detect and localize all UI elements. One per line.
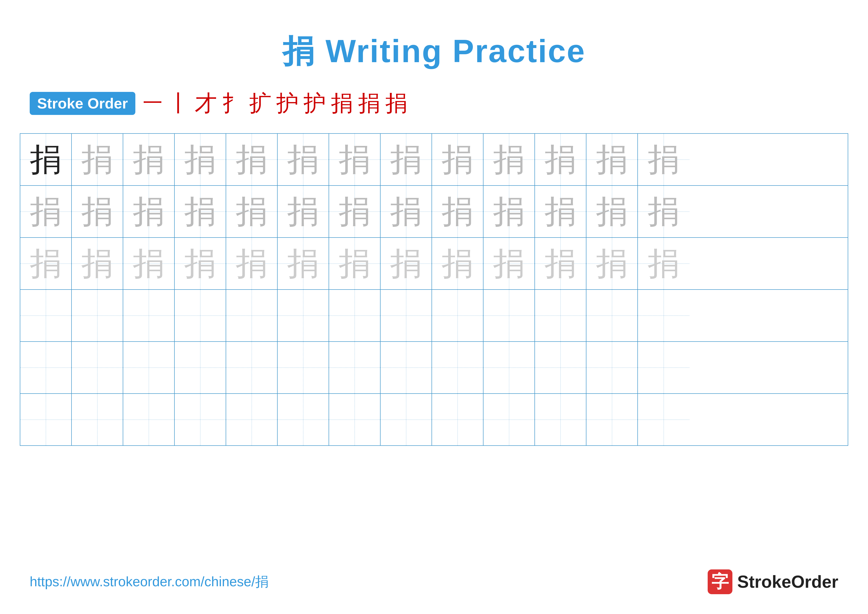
grid-cell-r2-c13[interactable]: 捐 [638,186,689,237]
footer: https://www.strokeorder.com/chinese/捐 字 … [0,569,868,594]
grid-cell-r3-c1[interactable]: 捐 [20,238,72,289]
grid-cell-r3-c3[interactable]: 捐 [123,238,175,289]
grid-row-1: 捐 捐 捐 捐 捐 捐 捐 捐 捐 捐 捐 捐 捐 [20,134,848,186]
grid-cell-r1-c5[interactable]: 捐 [226,134,277,185]
stroke-10: 捐 [385,88,408,118]
stroke-8: 捐 [331,88,353,118]
grid-cell-r2-c1[interactable]: 捐 [20,186,72,237]
stroke-sequence: 一 丨 才 扌 扩 护 护 捐 捐 捐 [143,88,408,118]
grid-cell-r2-c11[interactable]: 捐 [535,186,586,237]
grid-cell-r2-c9[interactable]: 捐 [432,186,484,237]
grid-cell-r6-c10[interactable] [484,394,535,445]
grid-cell-r5-c13[interactable] [638,342,689,393]
grid-cell-r6-c3[interactable] [123,394,175,445]
grid-cell-r4-c7[interactable] [329,290,381,341]
grid-cell-r2-c3[interactable]: 捐 [123,186,175,237]
grid-cell-r3-c11[interactable]: 捐 [535,238,586,289]
grid-cell-r4-c12[interactable] [586,290,638,341]
stroke-5: 扩 [249,88,271,118]
grid-cell-r5-c3[interactable] [123,342,175,393]
grid-cell-r5-c6[interactable] [277,342,329,393]
grid-cell-r6-c7[interactable] [329,394,381,445]
grid-cell-r3-c13[interactable]: 捐 [638,238,689,289]
grid-cell-r1-c10[interactable]: 捐 [484,134,535,185]
page-title: 捐 Writing Practice [0,0,868,73]
grid-cell-r1-c1[interactable]: 捐 [20,134,72,185]
grid-cell-r2-c2[interactable]: 捐 [72,186,123,237]
grid-cell-r4-c4[interactable] [175,290,226,341]
grid-cell-r1-c8[interactable]: 捐 [381,134,432,185]
grid-cell-r6-c11[interactable] [535,394,586,445]
grid-cell-r6-c12[interactable] [586,394,638,445]
grid-cell-r5-c8[interactable] [381,342,432,393]
grid-cell-r2-c5[interactable]: 捐 [226,186,277,237]
grid-cell-r5-c2[interactable] [72,342,123,393]
grid-cell-r3-c5[interactable]: 捐 [226,238,277,289]
grid-cell-r4-c2[interactable] [72,290,123,341]
grid-cell-r5-c5[interactable] [226,342,277,393]
grid-cell-r3-c2[interactable]: 捐 [72,238,123,289]
grid-cell-r1-c3[interactable]: 捐 [123,134,175,185]
grid-cell-r3-c12[interactable]: 捐 [586,238,638,289]
stroke-order-badge: Stroke Order [30,92,135,115]
grid-cell-r3-c6[interactable]: 捐 [277,238,329,289]
grid-cell-r1-c7[interactable]: 捐 [329,134,381,185]
grid-cell-r2-c10[interactable]: 捐 [484,186,535,237]
grid-cell-r6-c4[interactable] [175,394,226,445]
grid-cell-r2-c8[interactable]: 捐 [381,186,432,237]
grid-cell-r3-c4[interactable]: 捐 [175,238,226,289]
grid-cell-r5-c12[interactable] [586,342,638,393]
grid-cell-r5-c10[interactable] [484,342,535,393]
grid-cell-r4-c6[interactable] [277,290,329,341]
grid-cell-r1-c11[interactable]: 捐 [535,134,586,185]
grid-cell-r1-c4[interactable]: 捐 [175,134,226,185]
grid-cell-r4-c13[interactable] [638,290,689,341]
grid-cell-r2-c6[interactable]: 捐 [277,186,329,237]
footer-logo: 字 StrokeOrder [708,569,838,594]
grid-cell-r6-c8[interactable] [381,394,432,445]
stroke-6: 护 [276,88,299,118]
grid-cell-r5-c9[interactable] [432,342,484,393]
grid-cell-r1-c2[interactable]: 捐 [72,134,123,185]
stroke-4: 扌 [222,88,244,118]
grid-cell-r4-c5[interactable] [226,290,277,341]
grid-cell-r1-c6[interactable]: 捐 [277,134,329,185]
grid-cell-r5-c4[interactable] [175,342,226,393]
grid-cell-r3-c8[interactable]: 捐 [381,238,432,289]
grid-cell-r5-c7[interactable] [329,342,381,393]
footer-url[interactable]: https://www.strokeorder.com/chinese/捐 [30,573,269,591]
grid-cell-r4-c3[interactable] [123,290,175,341]
grid-cell-r6-c2[interactable] [72,394,123,445]
stroke-2: 丨 [167,88,190,118]
grid-row-2: 捐 捐 捐 捐 捐 捐 捐 捐 捐 捐 捐 捐 捐 [20,186,848,238]
grid-cell-r2-c7[interactable]: 捐 [329,186,381,237]
grid-cell-r6-c1[interactable] [20,394,72,445]
stroke-1: 一 [143,90,163,117]
grid-cell-r2-c12[interactable]: 捐 [586,186,638,237]
grid-cell-r6-c5[interactable] [226,394,277,445]
grid-cell-r3-c9[interactable]: 捐 [432,238,484,289]
grid-row-6 [20,394,848,445]
grid-row-4 [20,290,848,342]
stroke-3: 才 [195,88,217,118]
grid-cell-r4-c10[interactable] [484,290,535,341]
char-dark: 捐 [30,143,62,176]
grid-cell-r5-c1[interactable] [20,342,72,393]
grid-cell-r4-c9[interactable] [432,290,484,341]
logo-text: StrokeOrder [737,572,838,592]
stroke-order-row: Stroke Order 一 丨 才 扌 扩 护 护 捐 捐 捐 [0,73,868,128]
grid-cell-r3-c7[interactable]: 捐 [329,238,381,289]
grid-cell-r6-c6[interactable] [277,394,329,445]
grid-row-5 [20,342,848,394]
grid-cell-r1-c12[interactable]: 捐 [586,134,638,185]
grid-cell-r4-c11[interactable] [535,290,586,341]
grid-cell-r5-c11[interactable] [535,342,586,393]
grid-cell-r6-c13[interactable] [638,394,689,445]
grid-cell-r2-c4[interactable]: 捐 [175,186,226,237]
grid-cell-r6-c9[interactable] [432,394,484,445]
grid-cell-r4-c1[interactable] [20,290,72,341]
grid-cell-r1-c9[interactable]: 捐 [432,134,484,185]
grid-cell-r4-c8[interactable] [381,290,432,341]
grid-cell-r3-c10[interactable]: 捐 [484,238,535,289]
grid-cell-r1-c13[interactable]: 捐 [638,134,689,185]
